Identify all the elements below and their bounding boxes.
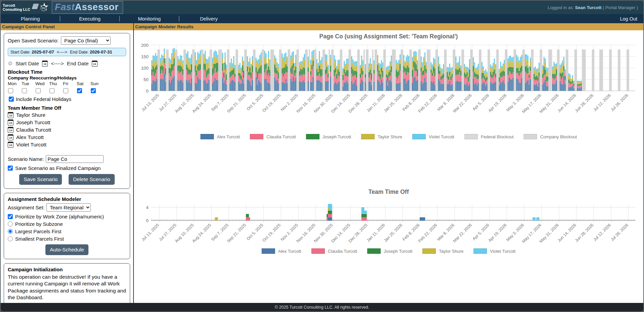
member-calendar-icon[interactable]: 19 [8, 112, 13, 118]
team-member-row: 19Joseph Turcott [8, 119, 126, 126]
weekday-checkbox-grid: MonTueWedThuFriSatSun [8, 81, 126, 93]
left-panel-header: Campaign Control Panel [1, 23, 133, 30]
legend-label: Claudia Turcott [266, 134, 296, 139]
campaign-initialization-box: Campaign Initialization This operation c… [4, 263, 130, 303]
logged-in-prefix: Logged in as: [547, 5, 574, 10]
legend-label: Federal Blockout [481, 134, 514, 139]
scenario-name-input[interactable] [46, 155, 104, 163]
legend-item[interactable]: Company Blockout [524, 134, 577, 139]
svg-text:Mar 8, 2026: Mar 8, 2026 [437, 223, 456, 242]
svg-text:Mar 22, 2026: Mar 22, 2026 [452, 223, 473, 244]
save-scenario-button[interactable]: Save Scenario [19, 174, 62, 185]
modeler-option-label: Largest Parcels First [15, 229, 62, 234]
end-date-value: 2026-07-31 [90, 49, 112, 55]
nav-item-planning[interactable]: Planning [1, 16, 60, 22]
svg-text:Apr 19, 2026: Apr 19, 2026 [487, 223, 507, 243]
delete-scenario-button[interactable]: Delete Scenario [69, 174, 114, 185]
modeler-option-smallest-parcels-first[interactable] [8, 236, 13, 241]
svg-text:Feb 22, 2026: Feb 22, 2026 [417, 93, 438, 114]
tc-badge-icon: TC [41, 5, 46, 11]
legend-item[interactable]: Violet Turcott [473, 248, 516, 254]
team-member-name: Joseph Turcott [16, 119, 50, 126]
weekday-checkbox-tue[interactable] [22, 88, 27, 93]
weekday-checkbox-sat[interactable] [77, 88, 82, 93]
modeler-option-row: Prioritize by Work Zone (alpha/numeric) [8, 214, 126, 219]
auto-schedule-button[interactable]: Auto-Schedule [45, 244, 88, 255]
svg-text:Jan 25, 2026: Jan 25, 2026 [383, 93, 404, 113]
legend-label: Taylor Shure [378, 134, 402, 139]
legend-label: Violet Turcott [490, 249, 516, 254]
logout-link[interactable]: Log Out [620, 16, 643, 22]
svg-text:50: 50 [144, 77, 149, 82]
gear-icon[interactable]: ⚙ [8, 60, 12, 67]
main-nav: PlanningExecutingMonitoringDelivery Log … [1, 14, 643, 23]
timeoff-chart-block: Team Time Off Jul 13, 2025Jul 27, 2025Au… [137, 188, 640, 254]
legend-item[interactable]: Taylor Shure [361, 134, 402, 139]
user-name[interactable]: Sean Turcott [575, 5, 602, 10]
legend-item[interactable]: Taylor Shure [422, 248, 463, 254]
initialization-warning: This operation can be destructive! If yo… [8, 274, 126, 301]
svg-text:Feb 8, 2026: Feb 8, 2026 [402, 93, 421, 112]
include-federal-holidays-checkbox[interactable] [9, 97, 14, 102]
team-member-name: Claudia Turcott [16, 127, 51, 133]
legend-item[interactable]: Alex Turcott [262, 248, 301, 254]
company-logo-icon: ▦ ★ TC [32, 1, 50, 13]
svg-text:200: 200 [141, 43, 148, 48]
weekday-cell-wed: Wed [35, 81, 49, 93]
legend-label: Violet Turcott [429, 134, 454, 139]
logo[interactable]: Turcott Consulting LLC ▦ ★ TC FastAssess… [3, 1, 123, 14]
member-calendar-icon[interactable]: 19 [8, 134, 13, 140]
team-member-name: Taylor Shure [16, 112, 45, 118]
svg-text:Jul 13, 2025: Jul 13, 2025 [141, 93, 160, 112]
team-member-row: 19Taylor Shure [8, 112, 126, 118]
app-window: Turcott Consulting LLC ▦ ★ TC FastAssess… [0, 0, 644, 312]
brand-fast: Fast [55, 2, 75, 12]
range-arrow: <----> [57, 50, 67, 55]
legend-swatch-icon [367, 248, 381, 254]
workload-chart-legend: Alex TurcottClaudia TurcottJoseph Turcot… [137, 134, 640, 139]
finalize-campaign-checkbox[interactable] [8, 166, 13, 171]
legend-item[interactable]: Claudia Turcott [311, 248, 357, 254]
svg-text:Nov 2, 2025: Nov 2, 2025 [280, 223, 299, 242]
timeoff-chart-svg: Jul 13, 2025Jul 27, 2025Aug 10, 2025Aug … [137, 197, 638, 248]
weekday-checkbox-mon[interactable] [8, 88, 13, 93]
right-panel-header: Campaign Modeler Results [134, 23, 643, 30]
legend-item[interactable]: Joseph Turcott [367, 248, 412, 254]
legend-item[interactable]: Federal Blockout [464, 134, 514, 139]
weekday-checkbox-thu[interactable] [49, 88, 54, 93]
legend-item[interactable]: Claudia Turcott [250, 134, 296, 139]
modeler-option-label: Prioritize by Work Zone (alpha/numeric) [15, 214, 104, 219]
legend-item[interactable]: Alex Turcott [200, 134, 240, 139]
member-calendar-icon[interactable]: 19 [8, 142, 13, 148]
campaign-initialization-title: Campaign Initialization [8, 267, 126, 272]
modeler-option-row: Prioritize by Subzone [8, 221, 126, 227]
modeler-option-prioritize-by-work-zone-alpha-numeric[interactable] [8, 214, 13, 219]
legend-label: Joseph Turcott [323, 134, 351, 139]
nav-item-delivery[interactable]: Delivery [179, 16, 238, 22]
workload-chart-svg: 050100150200Jul 13, 2025Jul 27, 2025Aug … [137, 42, 638, 133]
svg-text:Oct 5, 2025: Oct 5, 2025 [246, 223, 264, 241]
modeler-option-label: Prioritize by Subzone [15, 221, 63, 227]
legend-item[interactable]: Violet Turcott [412, 134, 454, 139]
legend-swatch-icon [361, 134, 375, 139]
member-calendar-icon[interactable]: 19 [8, 127, 13, 133]
nav-item-monitoring[interactable]: Monitoring [120, 16, 179, 22]
modeler-option-prioritize-by-subzone[interactable] [8, 221, 13, 227]
legend-item[interactable]: Joseph Turcott [306, 134, 351, 139]
legend-swatch-icon [464, 134, 478, 139]
assignment-set-select[interactable]: Team Regional [46, 203, 91, 212]
weekday-checkbox-sun[interactable] [91, 88, 96, 93]
end-date-calendar-icon[interactable]: 19 [92, 61, 98, 67]
svg-text:Mar 8, 2026: Mar 8, 2026 [437, 93, 456, 112]
team-member-name: Alex Turcott [16, 134, 44, 140]
saved-scenario-select[interactable]: Page Co (final) [61, 36, 111, 45]
modeler-option-largest-parcels-first[interactable] [8, 229, 13, 234]
start-date-calendar-icon[interactable]: 19 [42, 61, 48, 67]
member-calendar-icon[interactable]: 19 [8, 119, 13, 126]
user-role: ( Portal Manager ) [603, 5, 638, 10]
nav-item-executing[interactable]: Executing [60, 16, 119, 22]
weekday-checkbox-fri[interactable] [63, 88, 68, 93]
weekday-label: Fri [63, 81, 68, 86]
weekday-checkbox-wed[interactable] [36, 88, 41, 93]
modeler-option-label: Smallest Parcels First [15, 236, 64, 242]
